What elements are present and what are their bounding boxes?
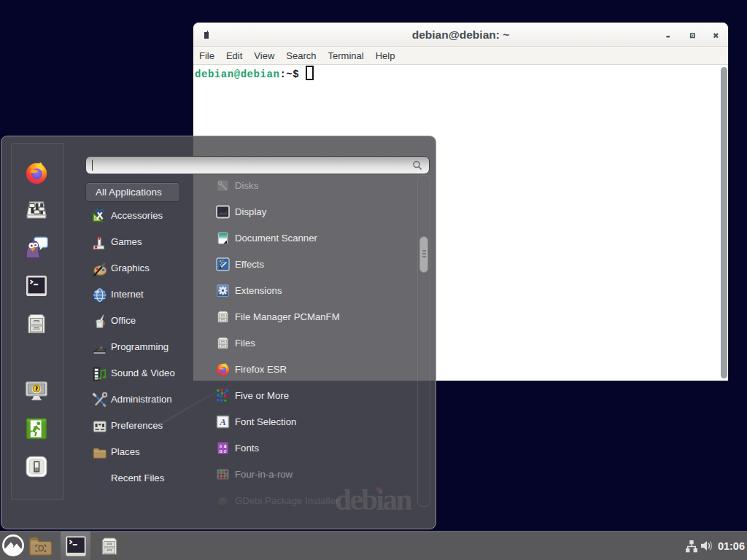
svg-text:A: A xyxy=(219,416,226,427)
svg-text:a: a xyxy=(224,448,227,454)
